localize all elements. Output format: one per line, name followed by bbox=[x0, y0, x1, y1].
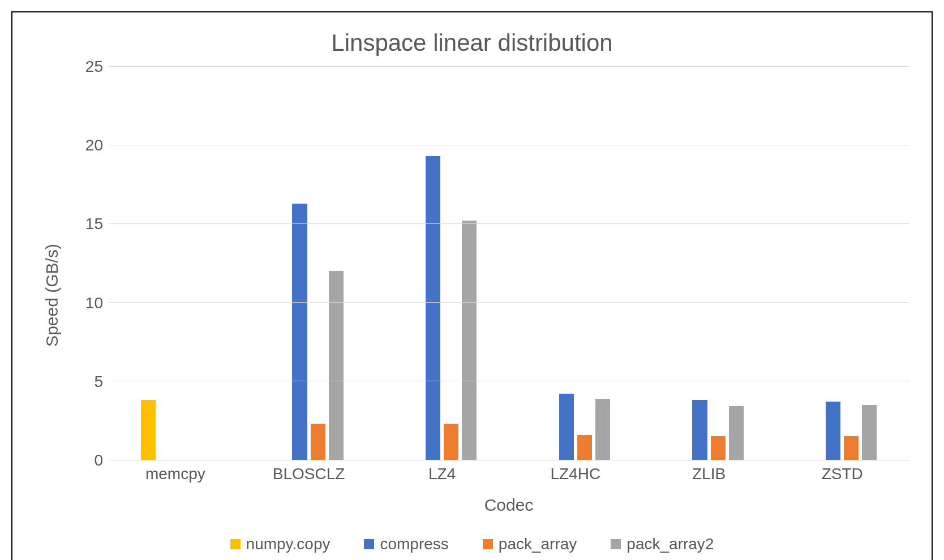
bar-group bbox=[642, 67, 776, 460]
legend-label: pack_array2 bbox=[627, 535, 714, 553]
y-tick-label: 0 bbox=[94, 451, 103, 469]
bar bbox=[559, 394, 574, 460]
bar bbox=[729, 406, 744, 460]
legend-swatch bbox=[230, 539, 241, 549]
bar bbox=[141, 400, 156, 460]
x-tick-label: LZ4 bbox=[375, 460, 509, 493]
legend-swatch bbox=[364, 539, 374, 549]
legend-item: compress bbox=[364, 535, 448, 553]
bar bbox=[826, 402, 840, 460]
x-tick-label: memcpy bbox=[109, 460, 242, 493]
bar-group bbox=[375, 67, 509, 460]
legend-item: pack_array bbox=[483, 535, 577, 553]
gridline bbox=[109, 381, 909, 381]
legend-label: pack_array bbox=[499, 535, 577, 553]
legend-item: numpy.copy bbox=[230, 535, 331, 553]
x-axis-label: Codec bbox=[109, 493, 909, 524]
legend: numpy.copycompresspack_arraypack_array2 bbox=[35, 524, 909, 559]
bar bbox=[862, 405, 877, 460]
bar bbox=[711, 436, 726, 460]
legend-label: compress bbox=[380, 535, 448, 553]
bar-group bbox=[242, 67, 376, 460]
legend-swatch bbox=[611, 539, 621, 549]
gridline bbox=[109, 302, 909, 303]
bar-group bbox=[775, 67, 909, 460]
bar bbox=[692, 400, 707, 460]
y-ticks: 0510152025 bbox=[69, 67, 109, 460]
gridline bbox=[109, 66, 909, 67]
bar bbox=[329, 271, 344, 460]
gridline bbox=[109, 145, 909, 145]
ylabel-box: Speed (GB/s) bbox=[35, 67, 69, 524]
bar bbox=[595, 399, 610, 460]
bar bbox=[444, 424, 458, 460]
y-axis-label: Speed (GB/s) bbox=[42, 244, 62, 347]
bar bbox=[426, 156, 440, 460]
bar bbox=[462, 221, 477, 460]
y-tick-label: 15 bbox=[85, 215, 103, 233]
y-tick-label: 5 bbox=[94, 373, 103, 391]
y-tick-label: 25 bbox=[85, 58, 103, 76]
legend-swatch bbox=[483, 539, 493, 549]
plot-row: 0510152025 bbox=[69, 67, 909, 460]
chart-title: Linspace linear distribution bbox=[35, 29, 909, 57]
bar bbox=[311, 424, 325, 460]
y-tick-label: 20 bbox=[85, 136, 103, 154]
x-tick-label: LZ4HC bbox=[509, 460, 642, 493]
plot-column: 0510152025 memcpyBLOSCLZLZ4LZ4HCZLIBZSTD… bbox=[69, 67, 909, 524]
gridline bbox=[109, 223, 909, 224]
x-tick-label: ZSTD bbox=[775, 460, 909, 493]
x-ticks-row: memcpyBLOSCLZLZ4LZ4HCZLIBZSTD bbox=[69, 460, 909, 493]
x-ticks: memcpyBLOSCLZLZ4LZ4HCZLIBZSTD bbox=[109, 460, 909, 493]
legend-item: pack_array2 bbox=[611, 535, 714, 553]
x-tick-label: ZLIB bbox=[642, 460, 776, 493]
bar-group bbox=[509, 67, 642, 460]
legend-label: numpy.copy bbox=[246, 535, 331, 553]
y-tick-label: 10 bbox=[85, 294, 103, 312]
chart-container: Linspace linear distribution Speed (GB/s… bbox=[11, 11, 933, 560]
bar-group bbox=[109, 67, 242, 460]
plot-area bbox=[109, 67, 909, 460]
bar bbox=[292, 204, 307, 460]
bar-groups bbox=[109, 67, 909, 460]
x-tick-label: BLOSCLZ bbox=[242, 460, 376, 493]
plot-wrap: Speed (GB/s) 0510152025 memcpyBLOSCLZLZ4… bbox=[35, 67, 909, 524]
bar bbox=[577, 435, 592, 460]
bar bbox=[844, 436, 859, 460]
